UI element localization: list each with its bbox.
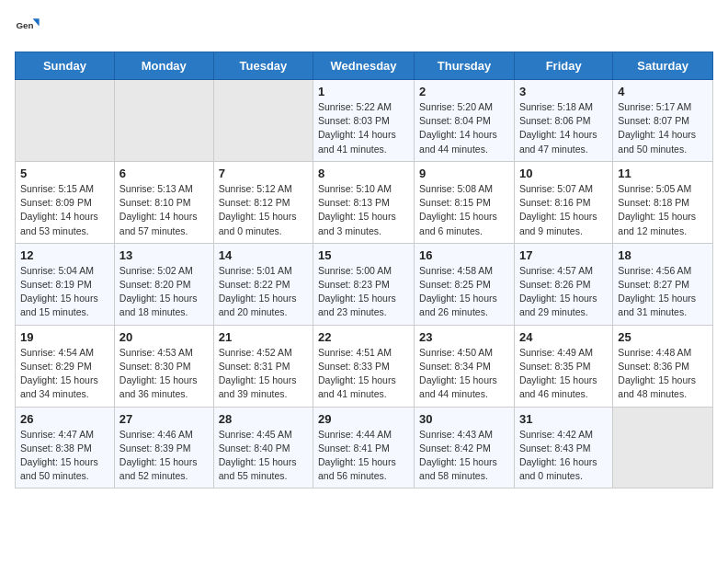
calendar-cell: 14Sunrise: 5:01 AMSunset: 8:22 PMDayligh… bbox=[213, 243, 313, 325]
calendar-cell: 20Sunrise: 4:53 AMSunset: 8:30 PMDayligh… bbox=[114, 325, 213, 407]
day-info: Sunrise: 5:01 AMSunset: 8:22 PMDaylight:… bbox=[219, 264, 308, 320]
day-info: Sunrise: 5:20 AMSunset: 8:04 PMDaylight:… bbox=[419, 100, 509, 156]
day-number: 16 bbox=[419, 248, 509, 262]
calendar-cell: 18Sunrise: 4:56 AMSunset: 8:27 PMDayligh… bbox=[613, 243, 713, 325]
day-info: Sunrise: 4:57 AMSunset: 8:26 PMDaylight:… bbox=[519, 264, 608, 320]
calendar-cell: 13Sunrise: 5:02 AMSunset: 8:20 PMDayligh… bbox=[114, 243, 213, 325]
day-info: Sunrise: 5:02 AMSunset: 8:20 PMDaylight:… bbox=[119, 264, 209, 320]
svg-marker-1 bbox=[33, 18, 40, 26]
column-header-tuesday: Tuesday bbox=[213, 52, 313, 80]
calendar-cell bbox=[16, 80, 115, 162]
calendar-cell: 11Sunrise: 5:05 AMSunset: 8:18 PMDayligh… bbox=[613, 161, 713, 243]
day-number: 15 bbox=[318, 248, 409, 262]
calendar-cell: 28Sunrise: 4:45 AMSunset: 8:40 PMDayligh… bbox=[213, 407, 313, 488]
calendar-cell: 27Sunrise: 4:46 AMSunset: 8:39 PMDayligh… bbox=[114, 407, 213, 488]
day-number: 7 bbox=[219, 167, 308, 180]
calendar-cell: 19Sunrise: 4:54 AMSunset: 8:29 PMDayligh… bbox=[16, 325, 115, 407]
day-info: Sunrise: 4:51 AMSunset: 8:33 PMDaylight:… bbox=[318, 346, 409, 402]
day-number: 18 bbox=[618, 248, 708, 262]
day-info: Sunrise: 4:47 AMSunset: 8:38 PMDaylight:… bbox=[20, 428, 109, 484]
day-number: 25 bbox=[618, 330, 708, 344]
calendar-cell: 22Sunrise: 4:51 AMSunset: 8:33 PMDayligh… bbox=[313, 325, 415, 407]
calendar-cell: 31Sunrise: 4:42 AMSunset: 8:43 PMDayligh… bbox=[514, 407, 612, 488]
column-header-monday: Monday bbox=[114, 52, 213, 80]
column-header-thursday: Thursday bbox=[415, 52, 515, 80]
column-header-friday: Friday bbox=[514, 52, 612, 80]
day-info: Sunrise: 4:54 AMSunset: 8:29 PMDaylight:… bbox=[20, 346, 109, 402]
column-header-wednesday: Wednesday bbox=[313, 52, 415, 80]
day-info: Sunrise: 5:17 AMSunset: 8:07 PMDaylight:… bbox=[618, 100, 708, 156]
day-number: 26 bbox=[20, 412, 109, 426]
calendar-cell: 8Sunrise: 5:10 AMSunset: 8:13 PMDaylight… bbox=[313, 161, 415, 243]
calendar-cell bbox=[613, 407, 713, 488]
calendar-cell: 12Sunrise: 5:04 AMSunset: 8:19 PMDayligh… bbox=[16, 243, 115, 325]
day-number: 10 bbox=[519, 167, 608, 180]
calendar-cell: 17Sunrise: 4:57 AMSunset: 8:26 PMDayligh… bbox=[514, 243, 612, 325]
calendar-cell: 1Sunrise: 5:22 AMSunset: 8:03 PMDaylight… bbox=[313, 80, 415, 162]
calendar-cell: 9Sunrise: 5:08 AMSunset: 8:15 PMDaylight… bbox=[415, 161, 515, 243]
day-info: Sunrise: 4:48 AMSunset: 8:36 PMDaylight:… bbox=[618, 346, 708, 402]
calendar-cell: 10Sunrise: 5:07 AMSunset: 8:16 PMDayligh… bbox=[514, 161, 612, 243]
day-number: 12 bbox=[20, 248, 109, 262]
day-info: Sunrise: 5:04 AMSunset: 8:19 PMDaylight:… bbox=[20, 264, 109, 320]
svg-text:Gen: Gen bbox=[16, 20, 33, 30]
day-info: Sunrise: 5:00 AMSunset: 8:23 PMDaylight:… bbox=[318, 264, 409, 320]
day-number: 30 bbox=[419, 412, 509, 426]
calendar-cell: 16Sunrise: 4:58 AMSunset: 8:25 PMDayligh… bbox=[415, 243, 515, 325]
calendar-week-row: 19Sunrise: 4:54 AMSunset: 8:29 PMDayligh… bbox=[16, 325, 713, 407]
day-number: 21 bbox=[219, 330, 308, 344]
calendar-cell: 6Sunrise: 5:13 AMSunset: 8:10 PMDaylight… bbox=[114, 161, 213, 243]
day-number: 28 bbox=[219, 412, 308, 426]
day-number: 19 bbox=[20, 330, 109, 344]
calendar-cell bbox=[114, 80, 213, 162]
day-info: Sunrise: 5:18 AMSunset: 8:06 PMDaylight:… bbox=[519, 100, 608, 156]
calendar-week-row: 26Sunrise: 4:47 AMSunset: 8:38 PMDayligh… bbox=[16, 407, 713, 488]
calendar-cell: 4Sunrise: 5:17 AMSunset: 8:07 PMDaylight… bbox=[613, 80, 713, 162]
day-info: Sunrise: 4:53 AMSunset: 8:30 PMDaylight:… bbox=[119, 346, 209, 402]
day-number: 23 bbox=[419, 330, 509, 344]
day-info: Sunrise: 4:43 AMSunset: 8:42 PMDaylight:… bbox=[419, 428, 509, 484]
column-header-sunday: Sunday bbox=[16, 52, 115, 80]
day-number: 8 bbox=[318, 167, 409, 180]
calendar-cell: 30Sunrise: 4:43 AMSunset: 8:42 PMDayligh… bbox=[415, 407, 515, 488]
calendar-cell: 5Sunrise: 5:15 AMSunset: 8:09 PMDaylight… bbox=[16, 161, 115, 243]
calendar-cell: 25Sunrise: 4:48 AMSunset: 8:36 PMDayligh… bbox=[613, 325, 713, 407]
column-header-saturday: Saturday bbox=[613, 52, 713, 80]
calendar-cell: 29Sunrise: 4:44 AMSunset: 8:41 PMDayligh… bbox=[313, 407, 415, 488]
day-number: 2 bbox=[419, 85, 509, 98]
calendar-cell bbox=[213, 80, 313, 162]
day-number: 11 bbox=[618, 167, 708, 180]
day-info: Sunrise: 4:50 AMSunset: 8:34 PMDaylight:… bbox=[419, 346, 509, 402]
day-info: Sunrise: 4:42 AMSunset: 8:43 PMDaylight:… bbox=[519, 428, 608, 484]
calendar-week-row: 5Sunrise: 5:15 AMSunset: 8:09 PMDaylight… bbox=[16, 161, 713, 243]
day-info: Sunrise: 5:07 AMSunset: 8:16 PMDaylight:… bbox=[519, 182, 608, 238]
day-info: Sunrise: 5:10 AMSunset: 8:13 PMDaylight:… bbox=[318, 182, 409, 238]
day-info: Sunrise: 4:46 AMSunset: 8:39 PMDaylight:… bbox=[119, 428, 209, 484]
day-info: Sunrise: 5:12 AMSunset: 8:12 PMDaylight:… bbox=[219, 182, 308, 238]
calendar-cell: 23Sunrise: 4:50 AMSunset: 8:34 PMDayligh… bbox=[415, 325, 515, 407]
calendar-cell: 2Sunrise: 5:20 AMSunset: 8:04 PMDaylight… bbox=[415, 80, 515, 162]
day-number: 3 bbox=[519, 85, 608, 98]
logo: Gen bbox=[15, 15, 44, 40]
day-number: 13 bbox=[119, 248, 209, 262]
day-number: 27 bbox=[119, 412, 209, 426]
day-number: 1 bbox=[318, 85, 409, 98]
day-info: Sunrise: 4:45 AMSunset: 8:40 PMDaylight:… bbox=[219, 428, 308, 484]
day-info: Sunrise: 5:08 AMSunset: 8:15 PMDaylight:… bbox=[419, 182, 509, 238]
day-number: 17 bbox=[519, 248, 608, 262]
day-info: Sunrise: 5:13 AMSunset: 8:10 PMDaylight:… bbox=[119, 182, 209, 238]
calendar-cell: 3Sunrise: 5:18 AMSunset: 8:06 PMDaylight… bbox=[514, 80, 612, 162]
day-number: 22 bbox=[318, 330, 409, 344]
day-info: Sunrise: 4:56 AMSunset: 8:27 PMDaylight:… bbox=[618, 264, 708, 320]
day-number: 9 bbox=[419, 167, 509, 180]
day-info: Sunrise: 5:15 AMSunset: 8:09 PMDaylight:… bbox=[20, 182, 109, 238]
calendar-header-row: SundayMondayTuesdayWednesdayThursdayFrid… bbox=[16, 52, 713, 80]
day-info: Sunrise: 4:49 AMSunset: 8:35 PMDaylight:… bbox=[519, 346, 608, 402]
logo-icon: Gen bbox=[15, 15, 40, 40]
calendar-cell: 15Sunrise: 5:00 AMSunset: 8:23 PMDayligh… bbox=[313, 243, 415, 325]
day-number: 24 bbox=[519, 330, 608, 344]
day-number: 31 bbox=[519, 412, 608, 426]
day-number: 5 bbox=[20, 167, 109, 180]
day-number: 29 bbox=[318, 412, 409, 426]
day-info: Sunrise: 5:22 AMSunset: 8:03 PMDaylight:… bbox=[318, 100, 409, 156]
